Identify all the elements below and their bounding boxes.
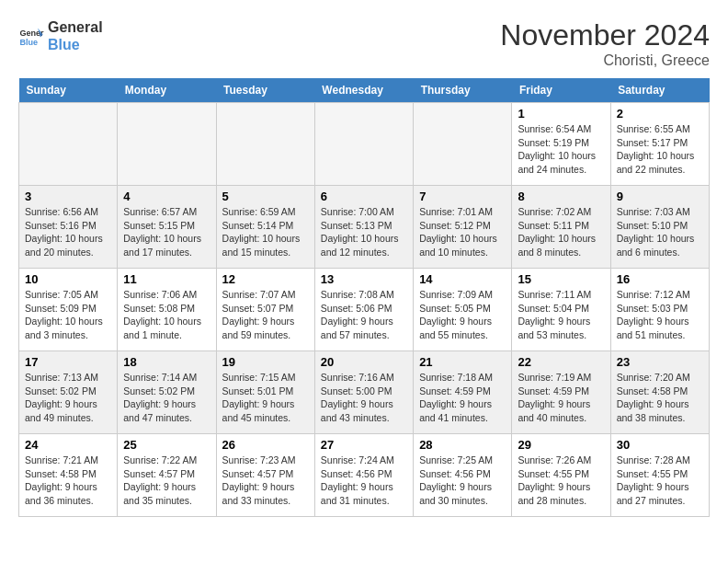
day-info: Sunrise: 7:16 AM Sunset: 5:00 PM Dayligh… (321, 371, 407, 425)
day-info: Sunrise: 6:59 AM Sunset: 5:14 PM Dayligh… (222, 205, 309, 259)
day-info: Sunrise: 7:07 AM Sunset: 5:07 PM Dayligh… (222, 288, 309, 342)
day-header-sunday: Sunday (19, 78, 118, 103)
day-info: Sunrise: 7:25 AM Sunset: 4:56 PM Dayligh… (419, 454, 506, 508)
calendar-cell: 1Sunrise: 6:54 AM Sunset: 5:19 PM Daylig… (512, 103, 610, 186)
day-number: 27 (321, 438, 407, 452)
calendar-cell: 27Sunrise: 7:24 AM Sunset: 4:56 PM Dayli… (314, 434, 413, 517)
calendar-cell: 8Sunrise: 7:02 AM Sunset: 5:11 PM Daylig… (512, 186, 610, 269)
calendar-cell: 2Sunrise: 6:55 AM Sunset: 5:17 PM Daylig… (610, 103, 709, 186)
day-number: 3 (25, 190, 111, 203)
day-number: 9 (617, 190, 703, 203)
calendar-cell: 18Sunrise: 7:14 AM Sunset: 5:02 PM Dayli… (118, 351, 216, 434)
day-number: 17 (25, 355, 111, 369)
day-info: Sunrise: 7:06 AM Sunset: 5:08 PM Dayligh… (123, 288, 210, 342)
calendar-cell: 15Sunrise: 7:11 AM Sunset: 5:04 PM Dayli… (512, 269, 610, 351)
day-number: 20 (321, 355, 407, 369)
calendar-cell: 7Sunrise: 7:01 AM Sunset: 5:12 PM Daylig… (414, 186, 512, 269)
calendar-cell: 17Sunrise: 7:13 AM Sunset: 5:02 PM Dayli… (19, 351, 118, 434)
day-info: Sunrise: 7:14 AM Sunset: 5:02 PM Dayligh… (123, 371, 210, 425)
day-info: Sunrise: 7:01 AM Sunset: 5:12 PM Dayligh… (419, 205, 506, 259)
calendar-cell: 30Sunrise: 7:28 AM Sunset: 4:55 PM Dayli… (610, 434, 709, 517)
day-info: Sunrise: 7:22 AM Sunset: 4:57 PM Dayligh… (123, 454, 210, 508)
calendar-cell: 14Sunrise: 7:09 AM Sunset: 5:05 PM Dayli… (414, 269, 512, 351)
calendar-cell (118, 103, 216, 186)
day-header-monday: Monday (118, 78, 216, 103)
day-number: 1 (518, 107, 604, 121)
day-info: Sunrise: 7:08 AM Sunset: 5:06 PM Dayligh… (321, 288, 407, 342)
day-info: Sunrise: 7:23 AM Sunset: 4:57 PM Dayligh… (222, 454, 309, 508)
day-number: 22 (518, 355, 604, 369)
day-info: Sunrise: 7:02 AM Sunset: 5:11 PM Dayligh… (518, 205, 604, 259)
page-header: General Blue General Blue November 2024 … (18, 18, 710, 69)
day-info: Sunrise: 6:56 AM Sunset: 5:16 PM Dayligh… (25, 205, 111, 259)
calendar-cell: 22Sunrise: 7:19 AM Sunset: 4:59 PM Dayli… (512, 351, 610, 434)
calendar-cell: 10Sunrise: 7:05 AM Sunset: 5:09 PM Dayli… (19, 269, 118, 351)
day-info: Sunrise: 7:21 AM Sunset: 4:58 PM Dayligh… (25, 454, 111, 508)
day-info: Sunrise: 7:03 AM Sunset: 5:10 PM Dayligh… (617, 205, 703, 259)
day-number: 16 (617, 272, 703, 286)
calendar-cell: 19Sunrise: 7:15 AM Sunset: 5:01 PM Dayli… (216, 351, 314, 434)
day-number: 28 (419, 438, 506, 452)
day-number: 6 (321, 190, 407, 203)
day-info: Sunrise: 7:26 AM Sunset: 4:55 PM Dayligh… (518, 454, 604, 508)
day-info: Sunrise: 7:18 AM Sunset: 4:59 PM Dayligh… (419, 371, 506, 425)
day-info: Sunrise: 6:55 AM Sunset: 5:17 PM Dayligh… (617, 122, 703, 177)
day-info: Sunrise: 7:09 AM Sunset: 5:05 PM Dayligh… (419, 288, 506, 342)
logo-blue: Blue (48, 36, 103, 53)
calendar-cell: 9Sunrise: 7:03 AM Sunset: 5:10 PM Daylig… (610, 186, 709, 269)
calendar-cell: 20Sunrise: 7:16 AM Sunset: 5:00 PM Dayli… (314, 351, 413, 434)
calendar-cell: 13Sunrise: 7:08 AM Sunset: 5:06 PM Dayli… (314, 269, 413, 351)
logo: General Blue General Blue (18, 18, 103, 53)
calendar-cell: 25Sunrise: 7:22 AM Sunset: 4:57 PM Dayli… (118, 434, 216, 517)
day-info: Sunrise: 7:12 AM Sunset: 5:03 PM Dayligh… (617, 288, 703, 342)
calendar-cell: 29Sunrise: 7:26 AM Sunset: 4:55 PM Dayli… (512, 434, 610, 517)
day-number: 13 (321, 272, 407, 286)
calendar-cell (19, 103, 118, 186)
day-number: 25 (123, 438, 210, 452)
calendar-cell (314, 103, 413, 186)
day-number: 26 (222, 438, 309, 452)
day-number: 29 (518, 438, 604, 452)
day-number: 7 (419, 190, 506, 203)
calendar-table: SundayMondayTuesdayWednesdayThursdayFrid… (18, 78, 710, 517)
week-row-1: 1Sunrise: 6:54 AM Sunset: 5:19 PM Daylig… (19, 103, 710, 186)
calendar-cell: 26Sunrise: 7:23 AM Sunset: 4:57 PM Dayli… (216, 434, 314, 517)
day-header-wednesday: Wednesday (314, 78, 413, 103)
day-number: 5 (222, 190, 309, 203)
week-row-4: 17Sunrise: 7:13 AM Sunset: 5:02 PM Dayli… (19, 351, 710, 434)
calendar-cell: 3Sunrise: 6:56 AM Sunset: 5:16 PM Daylig… (19, 186, 118, 269)
day-number: 30 (617, 438, 703, 452)
location: Choristi, Greece (500, 52, 710, 69)
calendar-cell: 6Sunrise: 7:00 AM Sunset: 5:13 PM Daylig… (314, 186, 413, 269)
day-info: Sunrise: 7:13 AM Sunset: 5:02 PM Dayligh… (25, 371, 111, 425)
calendar-cell: 24Sunrise: 7:21 AM Sunset: 4:58 PM Dayli… (19, 434, 118, 517)
day-info: Sunrise: 7:11 AM Sunset: 5:04 PM Dayligh… (518, 288, 604, 342)
week-row-3: 10Sunrise: 7:05 AM Sunset: 5:09 PM Dayli… (19, 269, 710, 351)
title-section: November 2024 Choristi, Greece (500, 18, 710, 69)
calendar-cell (216, 103, 314, 186)
day-number: 8 (518, 190, 604, 203)
day-header-friday: Friday (512, 78, 610, 103)
day-info: Sunrise: 7:19 AM Sunset: 4:59 PM Dayligh… (518, 371, 604, 425)
calendar-cell: 5Sunrise: 6:59 AM Sunset: 5:14 PM Daylig… (216, 186, 314, 269)
day-info: Sunrise: 7:00 AM Sunset: 5:13 PM Dayligh… (321, 205, 407, 259)
day-header-saturday: Saturday (610, 78, 709, 103)
calendar-cell: 4Sunrise: 6:57 AM Sunset: 5:15 PM Daylig… (118, 186, 216, 269)
logo-icon: General Blue (18, 23, 44, 49)
calendar-cell (414, 103, 512, 186)
day-header-tuesday: Tuesday (216, 78, 314, 103)
day-number: 23 (617, 355, 703, 369)
logo-general: General (48, 18, 103, 36)
month-title: November 2024 (500, 18, 710, 52)
week-row-2: 3Sunrise: 6:56 AM Sunset: 5:16 PM Daylig… (19, 186, 710, 269)
day-number: 4 (123, 190, 210, 203)
header-row: SundayMondayTuesdayWednesdayThursdayFrid… (19, 78, 710, 103)
day-number: 15 (518, 272, 604, 286)
day-info: Sunrise: 7:05 AM Sunset: 5:09 PM Dayligh… (25, 288, 111, 342)
calendar-cell: 21Sunrise: 7:18 AM Sunset: 4:59 PM Dayli… (414, 351, 512, 434)
day-info: Sunrise: 7:24 AM Sunset: 4:56 PM Dayligh… (321, 454, 407, 508)
day-number: 10 (25, 272, 111, 286)
day-info: Sunrise: 7:15 AM Sunset: 5:01 PM Dayligh… (222, 371, 309, 425)
day-number: 2 (617, 107, 703, 121)
day-number: 21 (419, 355, 506, 369)
